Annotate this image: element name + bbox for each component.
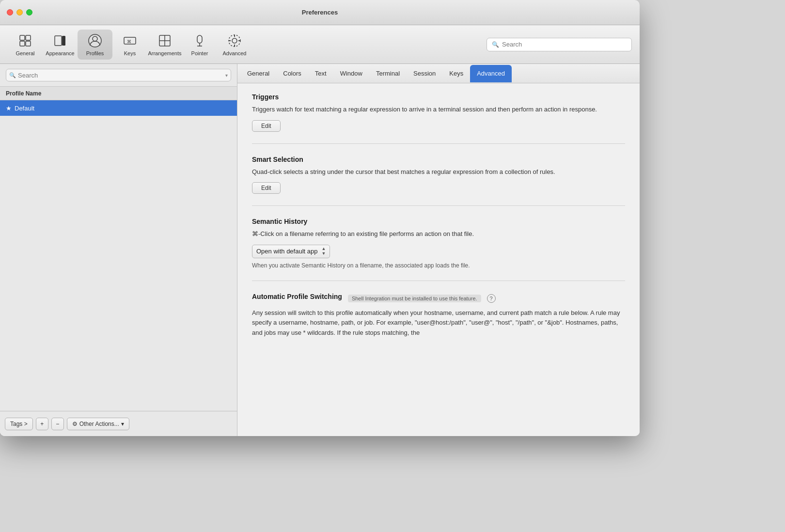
section-semantic-history: Semantic History ⌘-Click on a filename r…: [252, 218, 625, 281]
profile-search-bar: 🔍 ▾: [0, 64, 237, 87]
appearance-icon: [52, 33, 68, 48]
window-title: Preferences: [302, 9, 338, 16]
default-star-icon: ★: [6, 105, 12, 112]
toolbar-label-advanced: Advanced: [223, 50, 247, 56]
keys-icon: ⌘: [122, 33, 138, 48]
triggers-edit-button[interactable]: Edit: [252, 120, 281, 132]
tab-text[interactable]: Text: [308, 65, 333, 82]
smart-selection-title: Smart Selection: [252, 156, 625, 163]
remove-icon: −: [56, 421, 59, 427]
toolbar-label-keys: Keys: [124, 50, 136, 56]
svg-rect-2: [20, 41, 25, 46]
content-scroll: Triggers Triggers watch for text matchin…: [237, 83, 640, 436]
svg-point-16: [232, 38, 237, 43]
title-bar: Preferences: [0, 0, 640, 25]
right-panel: General Colors Text Window Terminal Sess…: [237, 64, 640, 436]
svg-rect-4: [55, 36, 62, 46]
semantic-history-dropdown-value: Open with default app: [256, 248, 317, 255]
profile-search-input[interactable]: [6, 69, 231, 81]
add-profile-button[interactable]: +: [36, 418, 48, 430]
toolbar-label-pointer: Pointer: [191, 50, 208, 56]
remove-profile-button[interactable]: −: [51, 418, 64, 430]
left-panel: 🔍 ▾ Profile Name ★ Default Tags > +: [0, 64, 237, 436]
semantic-history-description: ⌘-Click on a filename referring to an ex…: [252, 229, 625, 239]
section-smart-selection: Smart Selection Quad-click selects a str…: [252, 156, 625, 206]
advanced-icon: [227, 33, 242, 48]
triggers-title: Triggers: [252, 93, 625, 101]
toolbar-search-icon: 🔍: [492, 41, 499, 48]
left-panel-footer: Tags > + − ⚙ Other Actions... ▾: [0, 411, 237, 436]
toolbar-item-profiles[interactable]: Profiles: [78, 30, 112, 60]
minimize-button[interactable]: [16, 9, 23, 16]
toolbar-label-profiles: Profiles: [86, 50, 104, 56]
aps-help-button[interactable]: ?: [487, 294, 496, 303]
svg-rect-3: [26, 41, 31, 46]
gear-icon: ⚙: [72, 421, 78, 427]
maximize-button[interactable]: [26, 9, 32, 16]
smart-selection-edit-button[interactable]: Edit: [252, 182, 281, 194]
tags-label: Tags >: [10, 421, 28, 427]
tab-keys[interactable]: Keys: [442, 65, 470, 82]
svg-text:⌘: ⌘: [127, 39, 131, 44]
toolbar-item-arrangements[interactable]: Arrangements: [147, 30, 182, 60]
close-button[interactable]: [7, 9, 13, 16]
svg-rect-0: [20, 35, 25, 40]
tab-colors[interactable]: Colors: [276, 65, 308, 82]
toolbar-search-input[interactable]: [502, 41, 627, 48]
profile-search-icon: 🔍: [9, 72, 16, 78]
profile-item-default[interactable]: ★ Default: [0, 100, 237, 116]
smart-selection-description: Quad-click selects a string under the cu…: [252, 167, 625, 177]
toolbar-label-general: General: [16, 50, 34, 56]
general-icon: [17, 33, 33, 48]
toolbar-item-advanced[interactable]: Advanced: [217, 30, 252, 60]
semantic-history-title: Semantic History: [252, 218, 625, 225]
tab-terminal[interactable]: Terminal: [369, 65, 407, 82]
tab-general[interactable]: General: [240, 65, 276, 82]
main-content: 🔍 ▾ Profile Name ★ Default Tags > +: [0, 64, 640, 436]
toolbar-label-appearance: Appearance: [46, 50, 74, 56]
tags-button[interactable]: Tags >: [5, 418, 33, 430]
semantic-history-dropdown[interactable]: Open with default app ▲ ▼: [252, 245, 330, 258]
section-automatic-profile-switching: Automatic Profile Switching Shell Integr…: [252, 293, 625, 350]
profile-search-caret: ▾: [225, 73, 228, 78]
tabs-bar: General Colors Text Window Terminal Sess…: [237, 64, 640, 83]
aps-title: Automatic Profile Switching: [252, 293, 342, 300]
arrangements-icon: [157, 33, 173, 48]
tab-window[interactable]: Window: [333, 65, 369, 82]
other-actions-chevron-icon: ▾: [121, 421, 124, 427]
toolbar-item-keys[interactable]: ⌘ Keys: [112, 30, 147, 60]
tab-session[interactable]: Session: [407, 65, 442, 82]
profiles-icon: [87, 33, 103, 48]
section-triggers: Triggers Triggers watch for text matchin…: [252, 93, 625, 144]
toolbar-label-arrangements: Arrangements: [148, 50, 181, 56]
profile-search-wrap: 🔍 ▾: [6, 69, 231, 81]
profile-list: ★ Default: [0, 100, 237, 411]
semantic-history-note: When you activate Semantic History on a …: [252, 262, 625, 269]
toolbar: General Appearance Profiles ⌘: [0, 25, 640, 64]
other-actions-label: Other Actions...: [79, 421, 119, 427]
tab-advanced[interactable]: Advanced: [470, 65, 512, 82]
dropdown-arrows-icon: ▲ ▼: [321, 247, 326, 256]
pointer-icon: [192, 33, 207, 48]
svg-rect-13: [197, 35, 202, 43]
triggers-description: Triggers watch for text matching a regul…: [252, 105, 625, 114]
toolbar-search-container: 🔍: [487, 38, 632, 51]
profile-list-header: Profile Name: [0, 87, 237, 100]
profile-item-label: Default: [15, 105, 34, 112]
toolbar-item-appearance[interactable]: Appearance: [43, 30, 78, 60]
aps-description: Any session will switch to this profile …: [252, 308, 625, 338]
toolbar-item-pointer[interactable]: Pointer: [182, 30, 217, 60]
svg-rect-5: [62, 36, 65, 46]
aps-badge: Shell Integration must be installed to u…: [348, 295, 481, 302]
traffic-lights: [7, 9, 32, 16]
add-icon: +: [40, 421, 44, 427]
aps-header: Automatic Profile Switching Shell Integr…: [252, 293, 625, 304]
svg-rect-1: [26, 35, 31, 40]
toolbar-item-general[interactable]: General: [8, 30, 43, 60]
profile-list-header-text: Profile Name: [6, 90, 41, 97]
other-actions-button[interactable]: ⚙ Other Actions... ▾: [67, 418, 129, 430]
